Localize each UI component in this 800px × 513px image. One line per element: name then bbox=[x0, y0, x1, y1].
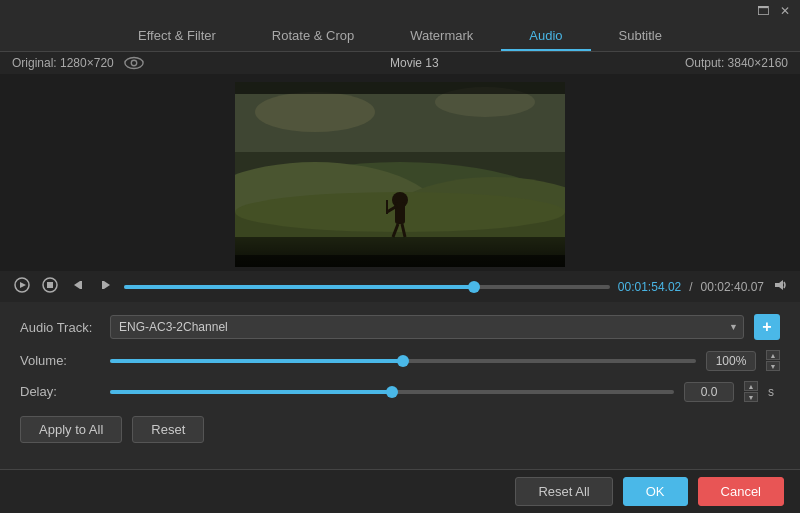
eye-icon[interactable] bbox=[124, 56, 144, 70]
delay-slider-wrapper bbox=[110, 390, 674, 394]
original-resolution: Original: 1280×720 bbox=[12, 56, 114, 70]
cancel-button[interactable]: Cancel bbox=[698, 477, 784, 506]
delay-slider-track[interactable] bbox=[110, 390, 674, 394]
add-track-button[interactable]: + bbox=[754, 314, 780, 340]
minimize-button[interactable]: 🗖 bbox=[756, 4, 770, 18]
delay-unit-label: s bbox=[768, 385, 780, 399]
progress-thumb bbox=[468, 281, 480, 293]
total-time: 00:02:40.07 bbox=[701, 280, 764, 294]
svg-point-0 bbox=[125, 58, 143, 69]
action-buttons-row: Apply to All Reset bbox=[20, 416, 780, 443]
delay-row: Delay: ▲ ▼ s bbox=[20, 381, 780, 402]
svg-rect-23 bbox=[47, 282, 53, 288]
tab-audio[interactable]: Audio bbox=[501, 22, 590, 51]
volume-slider-wrapper bbox=[110, 359, 696, 363]
delay-down-button[interactable]: ▼ bbox=[744, 392, 758, 402]
tab-effect-filter[interactable]: Effect & Filter bbox=[110, 22, 244, 51]
volume-slider-track[interactable] bbox=[110, 359, 696, 363]
volume-up-button[interactable]: ▲ bbox=[766, 350, 780, 360]
audio-track-select[interactable]: ENG-AC3-2Channel bbox=[110, 315, 744, 339]
video-thumbnail bbox=[235, 82, 565, 267]
svg-rect-19 bbox=[235, 255, 565, 267]
volume-down-button[interactable]: ▼ bbox=[766, 361, 780, 371]
close-button[interactable]: ✕ bbox=[778, 4, 792, 18]
video-container bbox=[0, 74, 800, 271]
volume-slider-thumb bbox=[397, 355, 409, 367]
volume-label: Volume: bbox=[20, 353, 100, 368]
volume-icon[interactable] bbox=[772, 277, 788, 296]
audio-track-row: Audio Track: ENG-AC3-2Channel ▼ + bbox=[20, 314, 780, 340]
audio-track-select-wrapper: ENG-AC3-2Channel ▼ bbox=[110, 315, 744, 339]
video-title: Movie 13 bbox=[390, 56, 439, 70]
svg-rect-18 bbox=[235, 82, 565, 94]
svg-rect-27 bbox=[102, 281, 104, 289]
controls-panel: Audio Track: ENG-AC3-2Channel ▼ + Volume… bbox=[0, 302, 800, 455]
volume-row: Volume: ▲ ▼ bbox=[20, 350, 780, 371]
playback-bar: 00:01:54.02 / 00:02:40.07 bbox=[0, 271, 800, 302]
svg-marker-21 bbox=[20, 282, 26, 288]
delay-up-button[interactable]: ▲ bbox=[744, 381, 758, 391]
prev-frame-button[interactable] bbox=[68, 277, 88, 296]
progress-fill bbox=[124, 285, 474, 289]
delay-slider-fill bbox=[110, 390, 392, 394]
tab-bar: Effect & Filter Rotate & Crop Watermark … bbox=[0, 22, 800, 52]
delay-value-input[interactable] bbox=[684, 382, 734, 402]
next-frame-button[interactable] bbox=[96, 277, 116, 296]
current-time: 00:01:54.02 bbox=[618, 280, 681, 294]
volume-slider-fill bbox=[110, 359, 403, 363]
svg-rect-17 bbox=[235, 237, 565, 267]
audio-track-label: Audio Track: bbox=[20, 320, 100, 335]
titlebar: 🗖 ✕ bbox=[0, 0, 800, 22]
delay-spin-buttons: ▲ ▼ bbox=[744, 381, 758, 402]
delay-slider-thumb bbox=[386, 386, 398, 398]
svg-marker-26 bbox=[104, 281, 110, 289]
bottom-bar: Reset All OK Cancel bbox=[0, 469, 800, 513]
progress-bar[interactable] bbox=[124, 285, 610, 289]
svg-rect-25 bbox=[80, 281, 82, 289]
output-resolution: Output: 3840×2160 bbox=[685, 56, 788, 70]
tab-rotate-crop[interactable]: Rotate & Crop bbox=[244, 22, 382, 51]
volume-spin-buttons: ▲ ▼ bbox=[766, 350, 780, 371]
stop-button[interactable] bbox=[40, 277, 60, 296]
svg-marker-24 bbox=[74, 281, 80, 289]
reset-button[interactable]: Reset bbox=[132, 416, 204, 443]
tab-watermark[interactable]: Watermark bbox=[382, 22, 501, 51]
apply-to-all-button[interactable]: Apply to All bbox=[20, 416, 122, 443]
tab-subtitle[interactable]: Subtitle bbox=[591, 22, 690, 51]
svg-point-1 bbox=[131, 60, 136, 65]
video-info-bar: Original: 1280×720 Movie 13 Output: 3840… bbox=[0, 52, 800, 74]
svg-marker-28 bbox=[775, 280, 783, 290]
ok-button[interactable]: OK bbox=[623, 477, 688, 506]
reset-all-button[interactable]: Reset All bbox=[515, 477, 612, 506]
delay-label: Delay: bbox=[20, 384, 100, 399]
video-frame bbox=[235, 82, 565, 267]
play-button[interactable] bbox=[12, 277, 32, 296]
time-separator: / bbox=[689, 280, 692, 294]
svg-point-9 bbox=[255, 92, 375, 132]
volume-value-input[interactable] bbox=[706, 351, 756, 371]
